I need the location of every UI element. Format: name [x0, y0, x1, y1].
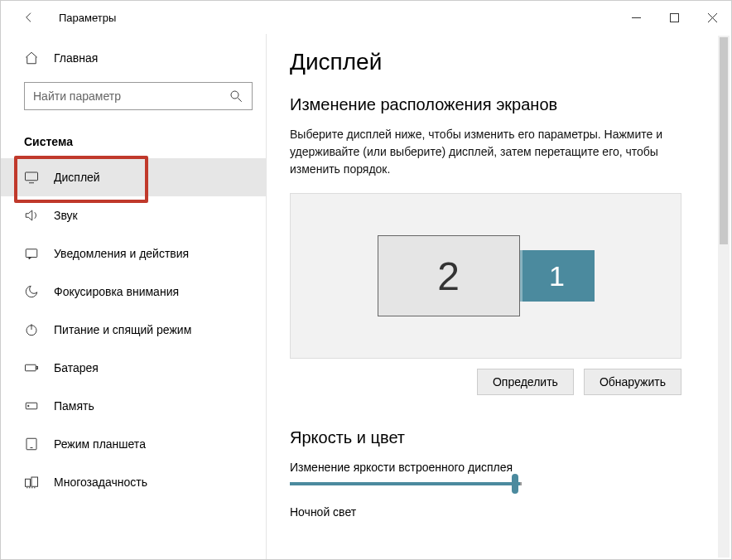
battery-icon — [24, 360, 39, 375]
arrange-section-desc: Выберите дисплей ниже, чтобы изменить ег… — [290, 126, 681, 178]
sidebar-item-label: Дисплей — [54, 171, 100, 184]
display-icon — [24, 170, 39, 185]
sidebar-item-label: Фокусировка внимания — [54, 285, 179, 298]
sidebar-item-label: Звук — [54, 209, 78, 222]
sidebar-item-battery[interactable]: Батарея — [1, 349, 266, 387]
power-icon — [24, 322, 39, 337]
scrollbar-thumb[interactable] — [720, 37, 728, 244]
sidebar-item-power[interactable]: Питание и спящий режим — [1, 311, 266, 349]
sound-icon — [24, 208, 39, 223]
minimize-button[interactable] — [617, 4, 655, 31]
window-title: Параметры — [59, 12, 116, 24]
brightness-section-title: Яркость и цвет — [290, 428, 681, 447]
search-input[interactable] — [33, 89, 229, 103]
search-icon — [229, 89, 243, 104]
sidebar-item-label: Батарея — [54, 361, 99, 374]
monitor-label: 1 — [549, 260, 565, 292]
titlebar: Параметры — [1, 1, 731, 34]
svg-rect-11 — [31, 477, 38, 486]
detect-button[interactable]: Обнаружить — [584, 369, 681, 395]
sidebar-item-label: Питание и спящий режим — [54, 323, 191, 336]
sidebar-item-label: Память — [54, 399, 94, 413]
brightness-slider-thumb[interactable] — [512, 474, 518, 494]
main-content: Дисплей Изменение расположения экранов В… — [266, 34, 731, 559]
sidebar-home-label: Главная — [54, 51, 98, 65]
notifications-icon — [24, 246, 39, 261]
sidebar-item-display[interactable]: Дисплей — [1, 158, 266, 196]
sidebar-item-notifications[interactable]: Уведомления и действия — [1, 234, 266, 273]
sidebar: Главная Система Дисплей Звук Уведомления… — [1, 34, 266, 559]
svg-rect-3 — [26, 249, 37, 258]
tablet-icon — [24, 437, 39, 451]
window-controls — [617, 4, 731, 31]
svg-rect-10 — [26, 479, 31, 486]
arrange-section-title: Изменение расположения экранов — [290, 95, 681, 114]
sidebar-item-sound[interactable]: Звук — [1, 196, 266, 234]
identify-button[interactable]: Определить — [477, 369, 574, 395]
sidebar-home[interactable]: Главная — [1, 42, 266, 74]
maximize-button[interactable] — [655, 4, 693, 31]
monitor-label: 2 — [437, 253, 460, 299]
scrollbar[interactable] — [718, 36, 730, 558]
page-title: Дисплей — [290, 49, 681, 75]
search-box[interactable] — [24, 82, 253, 110]
sidebar-item-label: Режим планшета — [54, 437, 146, 451]
svg-rect-5 — [26, 364, 36, 371]
svg-point-1 — [231, 91, 238, 99]
sidebar-item-storage[interactable]: Память — [1, 387, 266, 425]
close-button[interactable] — [693, 4, 731, 31]
multitasking-icon — [24, 475, 39, 490]
sidebar-section-header: Система — [1, 122, 266, 158]
storage-icon — [24, 398, 39, 413]
svg-point-8 — [28, 405, 30, 407]
monitor-2[interactable]: 2 — [378, 235, 520, 316]
back-button[interactable] — [16, 4, 42, 31]
brightness-slider[interactable] — [290, 482, 520, 485]
monitor-1[interactable]: 1 — [520, 250, 595, 302]
svg-rect-0 — [670, 13, 678, 22]
home-icon — [24, 51, 39, 65]
svg-rect-6 — [36, 367, 38, 369]
focus-icon — [24, 284, 39, 299]
sidebar-item-label: Уведомления и действия — [54, 247, 189, 260]
sidebar-item-label: Многозадачность — [54, 476, 147, 489]
sidebar-item-multitasking[interactable]: Многозадачность — [1, 463, 266, 501]
sidebar-item-tablet[interactable]: Режим планшета — [1, 425, 266, 463]
sidebar-item-focus[interactable]: Фокусировка внимания — [1, 273, 266, 311]
brightness-label: Изменение яркости встроенного дисплея — [290, 461, 681, 474]
display-buttons: Определить Обнаружить — [290, 369, 681, 395]
svg-rect-2 — [26, 172, 38, 181]
night-light-label: Ночной свет — [290, 505, 681, 519]
display-arrangement[interactable]: 2 1 — [290, 193, 681, 359]
